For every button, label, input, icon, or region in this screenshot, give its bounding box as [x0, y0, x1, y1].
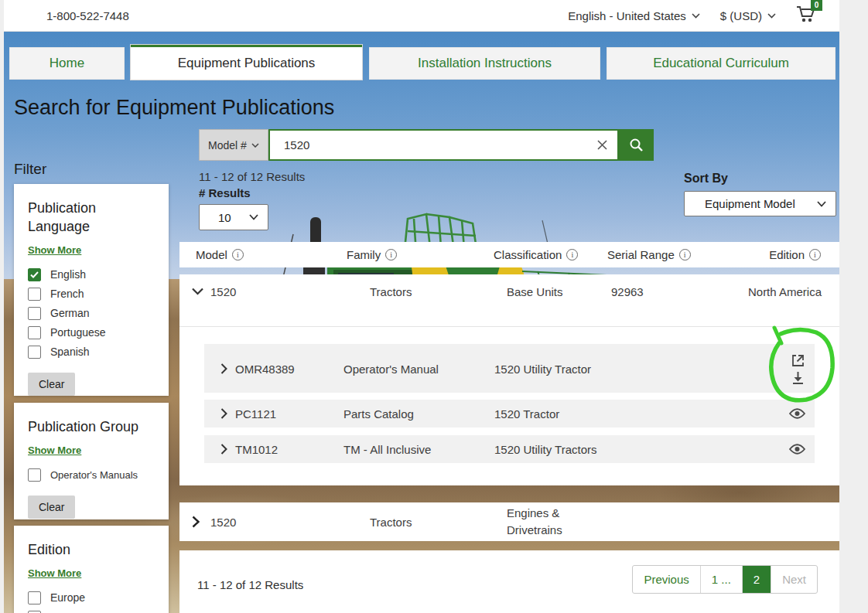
filter-option-europe: Europe [28, 588, 155, 608]
column-header-classification: Classification [494, 242, 578, 267]
publication-actions [789, 444, 805, 455]
results-table-header: Model Family Classification Serial Range… [179, 242, 839, 267]
publication-row-tm1012[interactable]: TM1012 TM - All Inclusive 1520 Utility T… [204, 435, 815, 463]
chevron-right-icon[interactable] [220, 408, 227, 419]
clear-language-filter-button[interactable]: Clear [28, 373, 75, 396]
publication-description: 1520 Utility Tractors [494, 443, 597, 456]
cart-button[interactable]: 0 [796, 5, 816, 26]
checkbox-english[interactable] [28, 268, 41, 281]
filter-heading: Filter [14, 161, 46, 178]
group-model: 1520 [210, 516, 236, 529]
open-external-icon[interactable] [791, 353, 805, 368]
download-icon[interactable] [791, 371, 805, 384]
show-more-link[interactable]: Show More [28, 444, 81, 456]
checkbox-french[interactable] [28, 288, 41, 301]
sort-by-label: Sort By [684, 172, 728, 186]
publication-row-omr48389[interactable]: OMR48389 Operator's Manual 1520 Utility … [204, 344, 815, 393]
filter-card-publication-group: Publication Group Show More Operator's M… [14, 403, 169, 519]
tab-equipment-publications[interactable]: Equipment Publications [131, 45, 362, 80]
pagination-panel: 11 - 12 of 12 Results Previous 1 ... 2 N… [179, 550, 839, 613]
equipment-publications-page: 1-800-522-7448 English - United States $… [4, 0, 839, 613]
tab-installation-instructions-label: Installation Instructions [418, 56, 552, 71]
group-row-base-units[interactable]: 1520 Tractors Base Units 92963 North Ame… [179, 274, 839, 309]
chevron-right-icon[interactable] [220, 363, 227, 374]
search-category-label: Model # [208, 139, 247, 152]
page-1-button[interactable]: 1 ... [700, 566, 742, 593]
tab-equipment-publications-label: Equipment Publications [178, 56, 316, 71]
page-2-button-current[interactable]: 2 [742, 566, 771, 593]
checkbox-spanish[interactable] [28, 346, 41, 359]
search-button[interactable] [619, 129, 654, 161]
tab-home[interactable]: Home [9, 47, 125, 80]
currency-selector-label: $ (USD) [720, 9, 762, 22]
phone-number: 1-800-522-7448 [46, 9, 129, 22]
view-eye-icon[interactable] [789, 444, 805, 455]
currency-selector[interactable]: $ (USD) [720, 9, 776, 22]
checkbox-label: Operator's Manuals [50, 469, 138, 481]
sort-by-select[interactable]: Equipment Model [684, 191, 836, 216]
info-icon[interactable] [232, 249, 244, 261]
filter-card-edition: Edition Show More Europe Export [14, 526, 169, 613]
show-more-link[interactable]: Show More [28, 567, 81, 579]
publication-type: Parts Catalog [343, 407, 414, 421]
group-edition: North America [748, 285, 822, 298]
chevron-down-icon [249, 214, 258, 220]
tab-educational-curriculum[interactable]: Educational Curriculum [607, 47, 836, 80]
chevron-down-icon [767, 13, 776, 19]
language-selector-label: English - United States [568, 9, 686, 22]
info-icon[interactable] [809, 249, 821, 261]
chevron-right-icon[interactable] [192, 516, 200, 528]
num-results-label: # Results [199, 186, 251, 199]
publication-code: TM1012 [235, 443, 278, 456]
results-per-page-select[interactable]: 10 [199, 204, 268, 230]
group-family: Tractors [370, 285, 412, 298]
result-group-collapsed-panel: 1520 Tractors Engines & Drivetrains [179, 502, 839, 541]
group-serial-range: 92963 [611, 285, 644, 298]
search-icon [629, 138, 644, 152]
filter-option-operators-manuals: Operator's Manuals [28, 465, 155, 485]
search-box [268, 129, 619, 161]
info-icon[interactable] [566, 249, 578, 261]
column-header-edition: Edition [769, 242, 821, 267]
results-per-page-value: 10 [218, 211, 231, 224]
check-icon [30, 271, 39, 278]
publication-row-pc1121[interactable]: PC1121 Parts Catalog 1520 Tractor [204, 400, 815, 427]
group-model: 1520 [210, 285, 236, 298]
column-header-serial-range: Serial Range [607, 242, 691, 267]
tab-installation-instructions[interactable]: Installation Instructions [369, 47, 600, 80]
search-input[interactable] [270, 138, 586, 152]
view-eye-icon[interactable] [789, 408, 805, 419]
show-more-link[interactable]: Show More [28, 244, 81, 256]
clear-search-icon[interactable] [586, 131, 617, 159]
info-icon[interactable] [385, 249, 397, 261]
chevron-down-icon[interactable] [192, 288, 203, 295]
previous-page-button[interactable]: Previous [633, 566, 699, 593]
checkbox-label: Spanish [50, 346, 90, 358]
group-classification: Engines & Drivetrains [507, 505, 584, 539]
language-selector[interactable]: English - United States [568, 9, 700, 22]
pager: Previous 1 ... 2 Next [632, 565, 818, 594]
checkbox-operators-manuals[interactable] [28, 468, 41, 482]
next-page-button[interactable]: Next [771, 566, 817, 593]
checkbox-label: English [50, 268, 86, 281]
divider [179, 326, 839, 327]
search-category-dropdown[interactable]: Model # [199, 129, 268, 161]
results-summary: 11 - 12 of 12 Results [199, 170, 305, 183]
publication-type: Operator's Manual [343, 362, 439, 375]
info-icon[interactable] [679, 249, 691, 261]
checkbox-label: Portuguese [50, 326, 106, 339]
publication-code: PC1121 [235, 407, 276, 421]
publication-code: OMR48389 [235, 362, 295, 375]
checkbox-europe[interactable] [28, 591, 41, 604]
filter-option-spanish: Spanish [28, 342, 155, 362]
filter-option-french: French [28, 284, 155, 304]
checkbox-portuguese[interactable] [28, 326, 41, 339]
filter-title: Edition [28, 541, 155, 560]
filter-title: Publication Language [28, 199, 155, 237]
utility-topbar: 1-800-522-7448 English - United States $… [4, 0, 839, 32]
clear-group-filter-button[interactable]: Clear [28, 496, 75, 519]
group-row-engines-drivetrains[interactable]: 1520 Tractors Engines & Drivetrains [179, 502, 839, 541]
checkbox-german[interactable] [28, 307, 41, 320]
chevron-right-icon[interactable] [220, 444, 227, 455]
publication-description: 1520 Utility Tractor [494, 362, 591, 375]
